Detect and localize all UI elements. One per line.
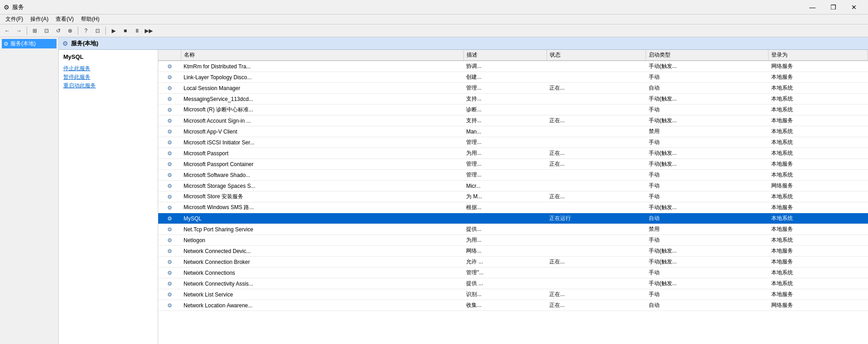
menu-help[interactable]: 帮助(H) bbox=[77, 14, 103, 24]
export-button[interactable]: ⊕ bbox=[65, 26, 75, 36]
service-status bbox=[547, 137, 646, 148]
col-header-status[interactable]: 状态 bbox=[547, 50, 646, 61]
service-status bbox=[547, 246, 646, 257]
show-hide-button[interactable]: ⊡ bbox=[41, 26, 52, 36]
app-icon: ⚙ bbox=[4, 4, 9, 11]
table-row[interactable]: ⚙Network Location Awarene...收集...正在...自动… bbox=[158, 300, 868, 311]
service-logon: 网络服务 bbox=[769, 181, 868, 191]
service-icon: ⚙ bbox=[158, 83, 181, 94]
table-row[interactable]: ⚙Network Connection Broker允许 ...正在...手动(… bbox=[158, 257, 868, 268]
table-row[interactable]: ⚙Microsoft App-V ClientMan...禁用本地系统 bbox=[158, 126, 868, 137]
stop-service-link[interactable]: 停止此服务 bbox=[63, 65, 153, 72]
service-startup: 手动(触发... bbox=[646, 148, 769, 159]
service-status bbox=[547, 278, 646, 289]
back-button[interactable]: ← bbox=[2, 26, 13, 36]
properties-button[interactable]: ⊡ bbox=[92, 26, 103, 36]
start-button[interactable]: ▶ bbox=[108, 26, 119, 36]
table-area: 名称 描述 状态 启动类型 登录为 ⚙KtmRm for Distributed… bbox=[158, 50, 868, 344]
table-row[interactable]: ⚙Microsoft Storage Spaces S...Micr...手动网… bbox=[158, 181, 868, 191]
table-row[interactable]: ⚙Microsoft (R) 诊断中心标准...诊断...手动本地系统 bbox=[158, 105, 868, 115]
stop-button[interactable]: ■ bbox=[120, 26, 131, 36]
menu-view[interactable]: 查看(V) bbox=[52, 14, 77, 24]
service-desc bbox=[463, 213, 547, 224]
service-icon: ⚙ bbox=[158, 257, 181, 268]
service-name: KtmRm for Distributed Tra... bbox=[181, 61, 463, 72]
toolbar-separator-3 bbox=[105, 27, 106, 35]
table-row[interactable]: ⚙Microsoft Software Shado...管理...手动本地系统 bbox=[158, 170, 868, 181]
forward-button[interactable]: → bbox=[14, 26, 24, 36]
table-row[interactable]: ⚙Network Connected Devic...网络...手动(触发...… bbox=[158, 246, 868, 257]
service-icon: ⚙ bbox=[158, 115, 181, 126]
service-name: Net.Tcp Port Sharing Service bbox=[181, 224, 463, 235]
table-row[interactable]: ⚙KtmRm for Distributed Tra...协调...手动(触发.… bbox=[158, 61, 868, 72]
pause-service-link[interactable]: 暂停此服务 bbox=[63, 73, 153, 81]
table-row[interactable]: ⚙Microsoft Windows SMS 路...根据...手动(触发...… bbox=[158, 202, 868, 213]
table-row[interactable]: ⚙Net.Tcp Port Sharing Service提供...禁用本地服务 bbox=[158, 224, 868, 235]
service-icon: ⚙ bbox=[158, 94, 181, 105]
service-icon: ⚙ bbox=[158, 268, 181, 278]
service-desc: 提供 ... bbox=[463, 278, 547, 289]
maximize-button[interactable]: ❐ bbox=[823, 0, 844, 14]
col-header-logon[interactable]: 登录为 bbox=[769, 50, 868, 61]
menu-action[interactable]: 操作(A) bbox=[27, 14, 52, 24]
table-row[interactable]: ⚙Microsoft iSCSI Initiator Ser...管理...手动… bbox=[158, 137, 868, 148]
restart-button[interactable]: ▶▶ bbox=[143, 26, 154, 36]
menu-bar: 文件(F) 操作(A) 查看(V) 帮助(H) bbox=[0, 14, 868, 24]
service-desc: 根据... bbox=[463, 202, 547, 213]
nav-item-services-local[interactable]: ⚙ 服务(本地) bbox=[2, 39, 57, 48]
table-row[interactable]: ⚙Microsoft Store 安装服务为 M...正在...手动本地系统 bbox=[158, 191, 868, 202]
service-icon: ⚙ bbox=[158, 300, 181, 311]
table-row[interactable]: ⚙MySQL正在运行自动本地系统 bbox=[158, 213, 868, 224]
up-button[interactable]: ⊞ bbox=[29, 26, 40, 36]
service-startup: 手动 bbox=[646, 235, 769, 246]
service-name: Microsoft (R) 诊断中心标准... bbox=[181, 105, 463, 115]
service-logon: 本地系统 bbox=[769, 126, 868, 137]
table-row[interactable]: ⚙Microsoft Account Sign-in ...支持...正在...… bbox=[158, 115, 868, 126]
table-row[interactable]: ⚙Network List Service识别...正在...手动本地服务 bbox=[158, 289, 868, 300]
table-row[interactable]: ⚙Network Connectivity Assis...提供 ...手动(触… bbox=[158, 278, 868, 289]
service-icon: ⚙ bbox=[158, 159, 181, 170]
refresh-button[interactable]: ↺ bbox=[53, 26, 64, 36]
table-row[interactable]: ⚙Microsoft Passport Container管理...正在...手… bbox=[158, 159, 868, 170]
service-name: Link-Layer Topology Disco... bbox=[181, 72, 463, 83]
pause-button[interactable]: ⏸ bbox=[132, 26, 142, 36]
service-startup: 手动 bbox=[646, 191, 769, 202]
service-status: 正在... bbox=[547, 300, 646, 311]
service-name: Network Connection Broker bbox=[181, 257, 463, 268]
close-button[interactable]: ✕ bbox=[844, 0, 864, 14]
table-row[interactable]: ⚙Local Session Manager管理...正在...自动本地系统 bbox=[158, 83, 868, 94]
service-icon: ⚙ bbox=[158, 61, 181, 72]
service-status bbox=[547, 268, 646, 278]
service-name: Microsoft Storage Spaces S... bbox=[181, 181, 463, 191]
col-header-name[interactable]: 名称 bbox=[181, 50, 463, 61]
col-header-icon[interactable] bbox=[158, 50, 181, 61]
table-row[interactable]: ⚙Link-Layer Topology Disco...创建...手动本地服务 bbox=[158, 72, 868, 83]
service-name: Network Connected Devic... bbox=[181, 246, 463, 257]
minimize-button[interactable]: — bbox=[802, 0, 823, 14]
service-icon: ⚙ bbox=[158, 202, 181, 213]
service-status bbox=[547, 170, 646, 181]
table-row[interactable]: ⚙Netlogon为用...手动本地系统 bbox=[158, 235, 868, 246]
service-logon: 本地服务 bbox=[769, 246, 868, 257]
table-row[interactable]: ⚙Microsoft Passport为用...正在...手动(触发...本地系… bbox=[158, 148, 868, 159]
table-row[interactable]: ⚙Network Connections管理"...手动本地系统 bbox=[158, 268, 868, 278]
service-logon: 网络服务 bbox=[769, 61, 868, 72]
service-startup: 手动 bbox=[646, 181, 769, 191]
service-name: MessagingService_113dcd... bbox=[181, 94, 463, 105]
col-header-startup[interactable]: 启动类型 bbox=[646, 50, 769, 61]
menu-file[interactable]: 文件(F) bbox=[2, 14, 27, 24]
service-icon: ⚙ bbox=[158, 224, 181, 235]
table-row[interactable]: ⚙MessagingService_113dcd...支持...手动(触发...… bbox=[158, 94, 868, 105]
service-logon: 本地服务 bbox=[769, 115, 868, 126]
service-name: Network Location Awarene... bbox=[181, 300, 463, 311]
service-action-links: 停止此服务 暂停此服务 重启动此服务 bbox=[63, 65, 153, 90]
restart-service-link[interactable]: 重启动此服务 bbox=[63, 82, 153, 90]
service-icon: ⚙ bbox=[158, 278, 181, 289]
service-status: 正在... bbox=[547, 148, 646, 159]
service-name: Microsoft iSCSI Initiator Ser... bbox=[181, 137, 463, 148]
help-button[interactable]: ? bbox=[80, 26, 91, 36]
service-info-panel: MySQL 停止此服务 暂停此服务 重启动此服务 bbox=[59, 50, 158, 344]
service-desc: Micr... bbox=[463, 181, 547, 191]
col-header-desc[interactable]: 描述 bbox=[463, 50, 547, 61]
service-name: Netlogon bbox=[181, 235, 463, 246]
